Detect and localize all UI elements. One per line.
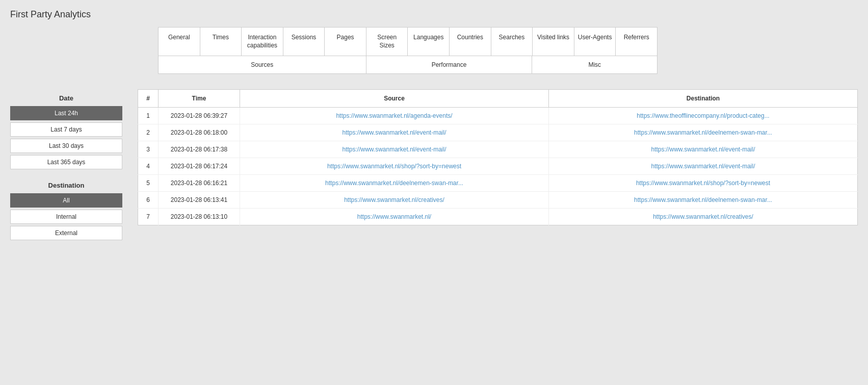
tab-languages[interactable]: Languages <box>408 28 450 56</box>
cell-time: 2023-01-28 06:17:38 <box>159 141 240 158</box>
col-header-destination: Destination <box>549 90 858 108</box>
table-row: 32023-01-28 06:17:38https://www.swanmark… <box>138 141 858 158</box>
tabs-row: General Times Interaction capabilities S… <box>159 28 657 56</box>
cell-num: 5 <box>138 175 159 192</box>
tabs-wrapper: General Times Interaction capabilities S… <box>158 27 657 74</box>
group-sources[interactable]: Sources <box>159 56 366 73</box>
cell-destination[interactable]: https://www.swanmarket.nl/shop/?sort-by=… <box>549 175 858 192</box>
cell-num: 6 <box>138 192 159 209</box>
btn-last-365d[interactable]: Last 365 days <box>10 155 122 169</box>
group-misc[interactable]: Misc <box>532 56 657 73</box>
group-performance[interactable]: Performance <box>366 56 533 73</box>
main-content: Date Last 24h Last 7 days Last 30 days L… <box>0 74 868 263</box>
cell-time: 2023-01-28 06:17:24 <box>159 158 240 175</box>
cell-time: 2023-01-28 06:13:10 <box>159 209 240 225</box>
col-header-num: # <box>138 90 159 108</box>
page-title: First Party Analytics <box>0 0 868 27</box>
cell-source[interactable]: https://www.swanmarket.nl/shop/?sort-by=… <box>240 158 549 175</box>
cell-num: 3 <box>138 141 159 158</box>
cell-source[interactable]: https://www.swanmarket.nl/event-mail/ <box>240 141 549 158</box>
tab-sessions[interactable]: Sessions <box>283 28 325 56</box>
btn-last-7d[interactable]: Last 7 days <box>10 122 122 137</box>
tab-referrers[interactable]: Referrers <box>616 28 657 56</box>
col-header-time: Time <box>159 90 240 108</box>
sidebar: Date Last 24h Last 7 days Last 30 days L… <box>10 89 122 252</box>
tab-user-agents[interactable]: User-Agents <box>574 28 616 56</box>
cell-destination[interactable]: https://www.swanmarket.nl/event-mail/ <box>549 141 858 158</box>
tab-general[interactable]: General <box>159 28 200 56</box>
cell-source[interactable]: https://www.swanmarket.nl/creatives/ <box>240 192 549 209</box>
table-row: 72023-01-28 06:13:10https://www.swanmark… <box>138 209 858 225</box>
table-row: 12023-01-28 06:39:27https://www.swanmark… <box>138 108 858 124</box>
btn-last-24h[interactable]: Last 24h <box>10 106 122 120</box>
cell-destination[interactable]: https://www.swanmarket.nl/deelnemen-swan… <box>549 192 858 209</box>
btn-all[interactable]: All <box>10 193 122 208</box>
btn-external[interactable]: External <box>10 226 122 240</box>
cell-source[interactable]: https://www.swanmarket.nl/agenda-events/ <box>240 108 549 124</box>
cell-num: 7 <box>138 209 159 225</box>
cell-destination[interactable]: https://www.swanmarket.nl/creatives/ <box>549 209 858 225</box>
tab-searches[interactable]: Searches <box>491 28 533 56</box>
data-table: # Time Source Destination 12023-01-28 06… <box>138 89 858 225</box>
cell-source[interactable]: https://www.swanmarket.nl/ <box>240 209 549 225</box>
cell-destination[interactable]: https://www.swanmarket.nl/deelnemen-swan… <box>549 124 858 141</box>
tab-times[interactable]: Times <box>200 28 242 56</box>
cell-time: 2023-01-28 06:16:21 <box>159 175 240 192</box>
btn-internal[interactable]: Internal <box>10 210 122 224</box>
cell-time: 2023-01-28 06:13:41 <box>159 192 240 209</box>
destination-label: Destination <box>10 182 122 189</box>
table-row: 52023-01-28 06:16:21https://www.swanmark… <box>138 175 858 192</box>
date-section: Date Last 24h Last 7 days Last 30 days L… <box>10 94 122 169</box>
date-label: Date <box>10 94 122 102</box>
tab-interaction[interactable]: Interaction capabilities <box>242 28 283 56</box>
table-row: 22023-01-28 06:18:00https://www.swanmark… <box>138 124 858 141</box>
cell-source[interactable]: https://www.swanmarket.nl/deelnemen-swan… <box>240 175 549 192</box>
cell-destination[interactable]: https://www.theofflinecompany.nl/product… <box>549 108 858 124</box>
table-row: 62023-01-28 06:13:41https://www.swanmark… <box>138 192 858 209</box>
btn-last-30d[interactable]: Last 30 days <box>10 139 122 153</box>
cell-source[interactable]: https://www.swanmarket.nl/event-mail/ <box>240 124 549 141</box>
tab-countries[interactable]: Countries <box>450 28 491 56</box>
cell-num: 1 <box>138 108 159 124</box>
cell-num: 4 <box>138 158 159 175</box>
col-header-source: Source <box>240 90 549 108</box>
cell-time: 2023-01-28 06:39:27 <box>159 108 240 124</box>
tab-visited-links[interactable]: Visited links <box>533 28 574 56</box>
data-table-container: # Time Source Destination 12023-01-28 06… <box>138 89 858 252</box>
table-row: 42023-01-28 06:17:24https://www.swanmark… <box>138 158 858 175</box>
tab-screen-sizes[interactable]: Screen Sizes <box>366 28 408 56</box>
cell-num: 2 <box>138 124 159 141</box>
destination-section: Destination All Internal External <box>10 182 122 240</box>
table-header-row: # Time Source Destination <box>138 90 858 108</box>
groups-row: Sources Performance Misc <box>159 56 657 73</box>
tabs-container: General Times Interaction capabilities S… <box>158 27 657 74</box>
cell-destination[interactable]: https://www.swanmarket.nl/event-mail/ <box>549 158 858 175</box>
cell-time: 2023-01-28 06:18:00 <box>159 124 240 141</box>
tab-pages[interactable]: Pages <box>325 28 366 56</box>
